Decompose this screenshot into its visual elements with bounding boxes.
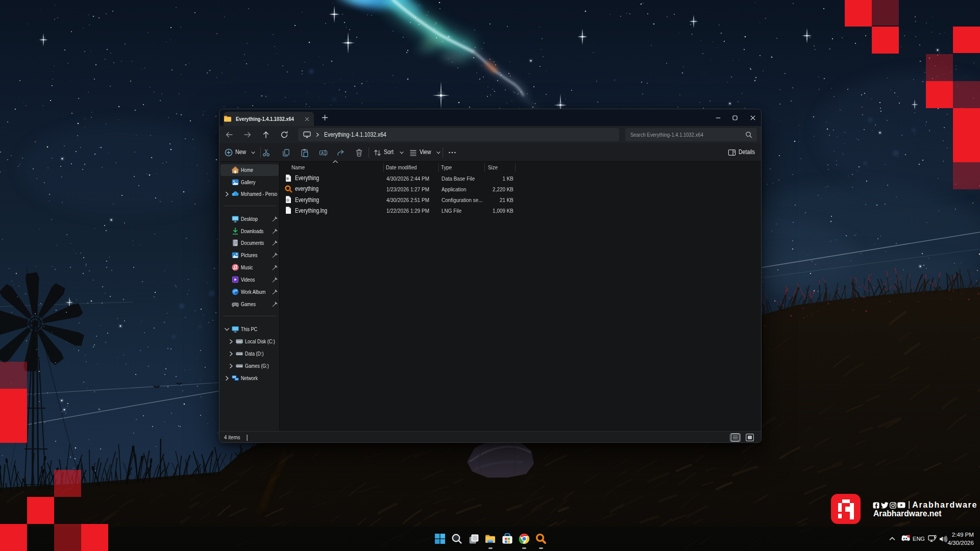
- svg-text:A: A: [321, 151, 324, 155]
